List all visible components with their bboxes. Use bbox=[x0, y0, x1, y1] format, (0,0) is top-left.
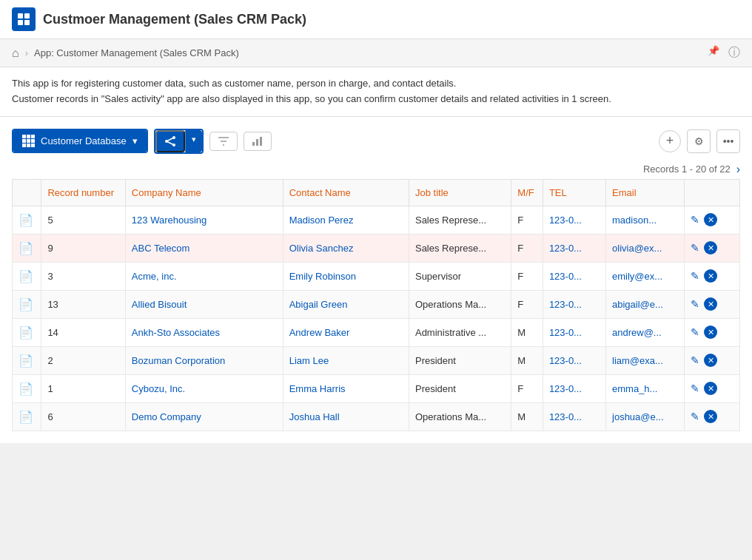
col-header-icon bbox=[13, 179, 41, 206]
table-header-row: Record number Company Name Contact Name … bbox=[13, 179, 740, 206]
row-actions: ✎ ✕ bbox=[691, 213, 733, 226]
pin-icon[interactable]: 📌 bbox=[708, 45, 719, 61]
delete-button[interactable]: ✕ bbox=[704, 297, 717, 311]
row-mf: F bbox=[511, 262, 543, 290]
table-row: 📄 5 123 Warehousing Madison Perez Sales … bbox=[13, 206, 740, 234]
row-email: andrew@... bbox=[606, 318, 685, 346]
more-options-button[interactable]: ••• bbox=[716, 129, 740, 153]
row-record-number: 6 bbox=[41, 402, 125, 431]
record-icon: 📄 bbox=[19, 270, 33, 283]
row-actions: ✎ ✕ bbox=[691, 382, 733, 395]
grid-view-icon bbox=[22, 135, 35, 147]
app-header: Custmoer Management (Sales CRM Pack) bbox=[0, 0, 752, 39]
col-header-record-number[interactable]: Record number bbox=[41, 179, 125, 206]
edit-button[interactable]: ✎ bbox=[691, 242, 699, 254]
record-icon: 📄 bbox=[19, 298, 33, 311]
delete-button[interactable]: ✕ bbox=[704, 410, 717, 423]
row-contact-name: Andrew Baker bbox=[283, 318, 409, 346]
row-actions: ✎ ✕ bbox=[691, 325, 733, 339]
row-icon-cell: 📄 bbox=[13, 374, 41, 402]
filter-button[interactable] bbox=[209, 132, 238, 151]
info-icon[interactable]: ⓘ bbox=[728, 45, 740, 61]
info-line1: This app is for registering customer dat… bbox=[12, 76, 740, 92]
delete-button[interactable]: ✕ bbox=[704, 213, 717, 226]
row-icon-cell: 📄 bbox=[13, 318, 41, 346]
row-icon-cell: 📄 bbox=[13, 234, 41, 262]
col-header-contact-name[interactable]: Contact Name bbox=[283, 179, 409, 206]
row-job-title: President bbox=[409, 374, 511, 402]
row-mf: F bbox=[511, 374, 543, 402]
share-group: ▾ bbox=[154, 129, 204, 154]
edit-button[interactable]: ✎ bbox=[691, 298, 699, 310]
delete-button[interactable]: ✕ bbox=[704, 325, 717, 339]
row-tel: 123-0... bbox=[543, 206, 605, 234]
svg-rect-10 bbox=[256, 139, 258, 146]
record-icon: 📄 bbox=[19, 326, 33, 339]
records-count: Records 1 - 20 of 22 bbox=[643, 163, 731, 175]
row-actions-cell: ✎ ✕ bbox=[685, 234, 740, 262]
row-actions: ✎ ✕ bbox=[691, 297, 733, 311]
row-record-number: 1 bbox=[41, 374, 125, 402]
row-icon-cell: 📄 bbox=[13, 402, 41, 431]
row-record-number: 2 bbox=[41, 346, 125, 374]
record-icon: 📄 bbox=[19, 214, 33, 226]
view-selector: Customer Database ▾ bbox=[12, 129, 148, 153]
edit-button[interactable]: ✎ bbox=[691, 411, 699, 422]
app-title: Custmoer Management (Sales CRM Pack) bbox=[43, 12, 306, 27]
col-header-actions bbox=[685, 179, 740, 206]
row-actions-cell: ✎ ✕ bbox=[685, 374, 740, 402]
row-tel: 123-0... bbox=[543, 262, 605, 290]
records-info: Records 1 - 20 of 22 › bbox=[12, 163, 740, 176]
row-email: joshua@e... bbox=[606, 402, 685, 431]
breadcrumb-text: App: Customer Management (Sales CRM Pack… bbox=[34, 47, 239, 58]
row-company-name: Bozuman Corporation bbox=[125, 346, 283, 374]
chart-button[interactable] bbox=[244, 132, 272, 151]
edit-button[interactable]: ✎ bbox=[691, 214, 699, 226]
edit-button[interactable]: ✎ bbox=[691, 270, 699, 282]
app-header-icon bbox=[12, 7, 36, 31]
row-contact-name: Emma Harris bbox=[283, 374, 409, 402]
info-bar: This app is for registering customer dat… bbox=[0, 67, 752, 117]
col-header-tel[interactable]: TEL bbox=[543, 179, 605, 206]
delete-button[interactable]: ✕ bbox=[704, 269, 717, 283]
row-record-number: 5 bbox=[41, 206, 125, 234]
row-tel: 123-0... bbox=[543, 234, 605, 262]
edit-button[interactable]: ✎ bbox=[691, 354, 699, 366]
edit-button[interactable]: ✎ bbox=[691, 326, 699, 338]
svg-line-8 bbox=[167, 141, 174, 145]
delete-button[interactable]: ✕ bbox=[704, 354, 717, 367]
delete-button[interactable]: ✕ bbox=[704, 382, 717, 395]
col-header-company-name[interactable]: Company Name bbox=[125, 179, 283, 206]
record-icon: 📄 bbox=[19, 382, 33, 395]
toolbar-right: + ⚙ ••• bbox=[659, 129, 740, 153]
row-icon-cell: 📄 bbox=[13, 290, 41, 318]
row-record-number: 13 bbox=[41, 290, 125, 318]
row-company-name: Cybozu, Inc. bbox=[125, 374, 283, 402]
col-header-job-title[interactable]: Job title bbox=[409, 179, 511, 206]
svg-rect-9 bbox=[252, 142, 255, 146]
table-row: 📄 9 ABC Telecom Olivia Sanchez Sales Rep… bbox=[13, 234, 740, 262]
delete-button[interactable]: ✕ bbox=[704, 241, 717, 254]
row-company-name: Demo Company bbox=[125, 402, 283, 431]
col-header-email[interactable]: Email bbox=[606, 179, 685, 206]
svg-rect-11 bbox=[260, 137, 262, 146]
view-name-button[interactable]: Customer Database ▾ bbox=[13, 130, 147, 152]
row-icon-cell: 📄 bbox=[13, 206, 41, 234]
share-dropdown-button[interactable]: ▾ bbox=[185, 130, 202, 152]
row-record-number: 9 bbox=[41, 234, 125, 262]
col-header-mf[interactable]: M/F bbox=[511, 179, 543, 206]
row-mf: F bbox=[511, 206, 543, 234]
row-actions-cell: ✎ ✕ bbox=[685, 402, 740, 431]
row-mf: M bbox=[511, 318, 543, 346]
next-page-button[interactable]: › bbox=[736, 163, 740, 176]
share-button[interactable] bbox=[155, 130, 185, 152]
settings-button[interactable]: ⚙ bbox=[687, 129, 711, 153]
row-job-title: Operations Ma... bbox=[409, 290, 511, 318]
row-contact-name: Emily Robinson bbox=[283, 262, 409, 290]
home-icon[interactable]: ⌂ bbox=[12, 47, 19, 60]
toolbar: Customer Database ▾ ▾ bbox=[12, 129, 740, 154]
add-record-button[interactable]: + bbox=[659, 130, 681, 152]
row-actions-cell: ✎ ✕ bbox=[685, 206, 740, 234]
edit-button[interactable]: ✎ bbox=[691, 382, 699, 394]
svg-rect-2 bbox=[18, 20, 23, 25]
